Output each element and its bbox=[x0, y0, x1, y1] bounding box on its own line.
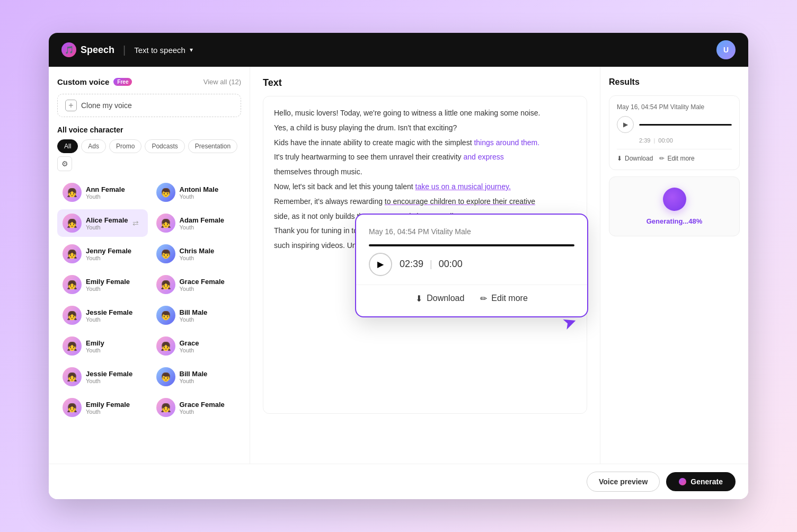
voice-avatar-grace-f2: 👧 bbox=[156, 398, 175, 417]
free-badge: Free bbox=[113, 78, 132, 86]
text-section-title: Text bbox=[263, 77, 587, 88]
result-card-1-title: May 16, 04:54 PM Vitality Male bbox=[617, 103, 732, 111]
popup-title: May 16, 04:54 PM Vitality Male bbox=[369, 227, 574, 236]
voice-name-jessie2: Jessie Female bbox=[86, 370, 132, 378]
voice-name-grace-f: Grace Female bbox=[180, 278, 225, 286]
filter-presentation[interactable]: Presentation bbox=[188, 139, 237, 153]
voice-avatar-Antoni: 👦 bbox=[156, 183, 175, 202]
voice-item-adam[interactable]: 👧 Adam Female Youth bbox=[151, 209, 242, 237]
result-time-1: 2:39 | 00:00 bbox=[639, 137, 732, 144]
popup-edit-button[interactable]: ✏ Edit more bbox=[480, 294, 527, 304]
popup-actions: ⬇ Download ✏ Edit more bbox=[369, 294, 574, 304]
voice-name-Antoni: Antoni Male bbox=[180, 185, 219, 193]
voice-avatar-chris: 👦 bbox=[156, 244, 175, 263]
voice-item-emily-f[interactable]: 👧 Emily Female Youth bbox=[57, 271, 148, 298]
voice-info-emily: Emily Youth bbox=[86, 339, 104, 353]
voice-item-jenny[interactable]: 👧 Jenny Female Youth bbox=[57, 240, 148, 268]
filter-ads[interactable]: Ads bbox=[81, 139, 106, 153]
voice-info-ann: Ann Female Youth bbox=[86, 185, 125, 200]
app-title: Speech bbox=[81, 45, 114, 56]
result-progress-bar-1 bbox=[639, 124, 732, 126]
view-all-button[interactable]: View all (12) bbox=[203, 78, 241, 86]
clone-voice-button[interactable]: + Clone my voice bbox=[57, 94, 241, 117]
generate-dot-icon bbox=[679, 478, 686, 485]
voice-item-bill2[interactable]: 👦 Bill Male Youth bbox=[151, 363, 242, 391]
download-icon: ⬇ bbox=[415, 294, 422, 304]
voice-grid: 👧 Ann Female Youth 👦 Antoni Male Youth 👧 bbox=[57, 179, 241, 421]
results-title: Results bbox=[609, 77, 740, 87]
result-play-button-1[interactable]: ▶ bbox=[617, 116, 634, 133]
voice-avatar-grace: 👧 bbox=[156, 336, 175, 356]
voice-item-alice[interactable]: 👧 Alice Female Youth ⇄ bbox=[57, 209, 148, 237]
result-progress-fill-1 bbox=[639, 124, 732, 126]
voice-info-jenny: Jenny Female Youth bbox=[86, 247, 131, 261]
generate-button[interactable]: Generate bbox=[666, 472, 736, 491]
voice-avatar-jessie: 👧 bbox=[63, 306, 82, 325]
voice-info-emily-f2: Emily Female Youth bbox=[86, 401, 130, 415]
voice-info-jessie: Jessie Female Youth bbox=[86, 308, 132, 323]
text-line-5: themselves through music. bbox=[274, 166, 576, 179]
bottom-bar: Voice preview Generate bbox=[49, 464, 748, 499]
filter-all[interactable]: All bbox=[57, 139, 78, 153]
popup-play-button[interactable]: ▶ bbox=[369, 253, 392, 276]
voice-tag-emily-f: Youth bbox=[86, 286, 130, 292]
voice-info-alice: Alice Female Youth bbox=[86, 216, 128, 230]
voice-item-grace-f2[interactable]: 👧 Grace Female Youth bbox=[151, 394, 242, 421]
voice-tag-ann: Youth bbox=[86, 193, 125, 200]
result-edit-button-1[interactable]: ✏ Edit more bbox=[659, 155, 694, 162]
voice-item-grace-f[interactable]: 👧 Grace Female Youth bbox=[151, 271, 242, 298]
result-time-total-1: 00:00 bbox=[658, 137, 673, 144]
voice-avatar-emily-f: 👧 bbox=[63, 275, 82, 294]
clone-label: Clone my voice bbox=[81, 101, 132, 110]
voice-item-jessie2[interactable]: 👧 Jessie Female Youth bbox=[57, 363, 148, 391]
filter-promo[interactable]: Promo bbox=[109, 139, 141, 153]
voice-avatar-bill: 👦 bbox=[156, 306, 175, 325]
popup-time-separator: | bbox=[430, 259, 432, 270]
voice-tag-grace: Youth bbox=[180, 347, 199, 353]
generate-label: Generate bbox=[690, 477, 723, 486]
voice-tag-grace-f2: Youth bbox=[180, 409, 225, 415]
avatar[interactable]: U bbox=[716, 40, 736, 59]
voice-name-jenny: Jenny Female bbox=[86, 247, 131, 255]
voice-avatar-emily-f2: 👧 bbox=[63, 398, 82, 417]
voice-item-emily-f2[interactable]: 👧 Emily Female Youth bbox=[57, 394, 148, 421]
voice-tag-grace-f: Youth bbox=[180, 286, 225, 292]
nav-text-to-speech[interactable]: Text to speech ▾ bbox=[134, 46, 193, 55]
voice-info-grace-f: Grace Female Youth bbox=[180, 278, 225, 292]
voice-info-grace-f2: Grace Female Youth bbox=[180, 401, 225, 415]
edit-icon-1: ✏ bbox=[659, 155, 665, 162]
voice-info-bill: Bill Male Youth bbox=[180, 308, 208, 323]
popup-download-button[interactable]: ⬇ Download bbox=[415, 294, 464, 304]
generating-status: Generating...48% bbox=[647, 217, 702, 225]
sidebar-header: Custom voice Free View all (12) bbox=[57, 77, 241, 86]
voice-item-chris[interactable]: 👦 Chris Male Youth bbox=[151, 240, 242, 268]
edit-icon: ✏ bbox=[480, 294, 487, 304]
voice-name-bill: Bill Male bbox=[180, 308, 208, 316]
popup-time-current: 02:39 bbox=[400, 259, 423, 270]
generating-orb bbox=[663, 188, 686, 211]
voice-item-Antoni[interactable]: 👦 Antoni Male Youth bbox=[151, 179, 242, 206]
result-time-sep-1: | bbox=[653, 137, 655, 144]
header-divider: | bbox=[123, 44, 126, 56]
voice-name-grace: Grace bbox=[180, 339, 199, 347]
voice-item-emily[interactable]: 👧 Emily Youth bbox=[57, 332, 148, 360]
filter-options-button[interactable]: ⚙ bbox=[57, 156, 72, 171]
voice-tag-emily-f2: Youth bbox=[86, 409, 130, 415]
voice-name-emily-f2: Emily Female bbox=[86, 401, 130, 409]
voice-tag-alice: Youth bbox=[86, 224, 128, 230]
popup-time-total: 00:00 bbox=[439, 259, 463, 270]
voice-info-bill2: Bill Male Youth bbox=[180, 370, 208, 384]
filter-podcasts[interactable]: Podcasts bbox=[145, 139, 184, 153]
voice-item-ann[interactable]: 👧 Ann Female Youth bbox=[57, 179, 148, 206]
voice-info-adam: Adam Female Youth bbox=[180, 216, 225, 230]
voice-item-grace[interactable]: 👧 Grace Youth bbox=[151, 332, 242, 360]
voice-name-alice: Alice Female bbox=[86, 216, 128, 224]
voice-avatar-bill2: 👦 bbox=[156, 367, 175, 386]
voice-preview-button[interactable]: Voice preview bbox=[587, 472, 660, 492]
voice-item-bill[interactable]: 👦 Bill Male Youth bbox=[151, 302, 242, 329]
voice-name-jessie: Jessie Female bbox=[86, 308, 132, 316]
voice-tag-bill: Youth bbox=[180, 316, 208, 323]
voice-item-jessie[interactable]: 👧 Jessie Female Youth bbox=[57, 302, 148, 329]
text-line-3: Kids have the innate ability to create m… bbox=[274, 137, 576, 149]
result-download-button-1[interactable]: ⬇ Download bbox=[617, 155, 653, 162]
